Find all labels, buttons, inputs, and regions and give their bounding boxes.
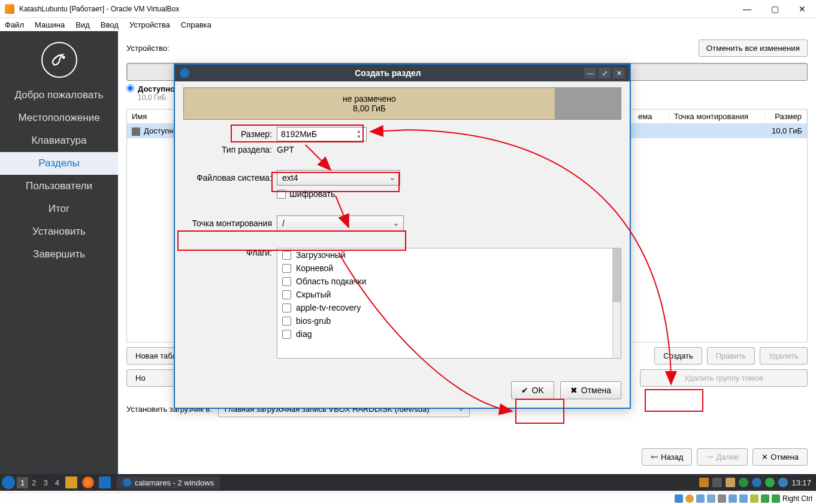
vb-hdd-icon[interactable] — [675, 494, 683, 503]
step-summary[interactable]: Итог — [0, 198, 118, 220]
flag-item: Загрузочный — [277, 248, 621, 262]
dialog-maximize-button[interactable]: ⤢ — [599, 68, 611, 78]
mountpoint-select[interactable]: / — [277, 215, 404, 231]
checkbox-icon[interactable] — [282, 251, 291, 260]
back-button[interactable]: 🡐 Назад — [642, 448, 692, 466]
step-partitions[interactable]: Разделы — [0, 152, 118, 175]
window-title: KatashLubuntu [Работает] - Oracle VM Vir… — [19, 5, 733, 13]
flags-list[interactable]: Загрузочный Корневой Область подкачки Ск… — [277, 248, 621, 359]
delete-partition-button[interactable]: Удалить — [760, 347, 808, 365]
show-desktop-icon[interactable] — [99, 476, 111, 488]
remove-vg-button[interactable]: Удалить группу томов — [640, 369, 808, 387]
vb-usb-icon[interactable] — [718, 494, 726, 503]
vb-cd-icon[interactable] — [685, 494, 694, 503]
close-button[interactable]: ✕ — [788, 0, 816, 18]
taskbar-clock[interactable]: 13:17 — [791, 478, 811, 487]
filesystem-select[interactable]: ext4 — [277, 170, 400, 186]
mount-label: Точка монтирования — [183, 218, 277, 228]
workspace-3[interactable]: 3 — [40, 477, 51, 488]
encrypt-checkbox[interactable]: Шифровать — [277, 189, 335, 199]
taskbar-task[interactable]: calamares - 2 windows — [117, 476, 220, 489]
checkbox-icon[interactable] — [282, 303, 291, 312]
create-partition-dialog: Создать раздел — ⤢ ✕ не размечено 8,00 Г… — [174, 63, 631, 409]
col-size: Размер — [765, 110, 807, 123]
undo-changes-button[interactable]: Отменить все изменения — [699, 40, 808, 57]
info-icon[interactable] — [778, 478, 788, 487]
maximize-button[interactable]: ▢ — [761, 0, 788, 18]
dialog-titlebar: Создать раздел — ⤢ ✕ — [175, 65, 630, 81]
menu-input[interactable]: Ввод — [101, 20, 119, 29]
checkbox-icon[interactable] — [282, 277, 291, 286]
vb-audio-icon[interactable] — [696, 494, 705, 503]
battery-icon[interactable] — [752, 478, 761, 487]
menu-machine[interactable]: Машина — [35, 20, 65, 29]
step-users[interactable]: Пользователи — [0, 175, 118, 198]
flag-item: Область подкачки — [277, 275, 621, 288]
network-icon[interactable] — [739, 478, 748, 487]
type-value: GPT — [277, 145, 294, 154]
preview-unused — [555, 88, 621, 119]
step-location[interactable]: Местоположение — [0, 107, 118, 129]
workspace-4[interactable]: 4 — [52, 477, 63, 488]
cancel-button[interactable]: ✕ Отмена — [752, 448, 808, 466]
vb-record-icon[interactable] — [750, 494, 758, 503]
installer-sidebar: Добро пожаловать Местоположение Клавиату… — [0, 31, 118, 474]
volume-icon[interactable] — [712, 478, 722, 487]
disk-free-radio[interactable] — [126, 84, 134, 92]
checkbox-icon[interactable] — [282, 330, 291, 339]
step-welcome[interactable]: Добро пожаловать — [0, 84, 118, 107]
clipboard-icon[interactable] — [726, 478, 735, 487]
vb-keyboard-icon[interactable] — [772, 494, 780, 503]
preview-size: 8,00 ГиБ — [353, 104, 386, 113]
removable-icon[interactable] — [765, 478, 775, 487]
row-size: 10,0 ГиБ — [765, 124, 807, 138]
spin-up-icon[interactable]: ▲ — [356, 129, 365, 134]
checkbox-icon[interactable] — [282, 264, 291, 273]
new-vg-button[interactable]: Но — [126, 369, 180, 387]
edit-partition-button[interactable]: Править — [707, 347, 755, 365]
flag-item: Скрытый — [277, 288, 621, 301]
start-menu-icon[interactable] — [2, 476, 15, 489]
partition-preview: не размечено 8,00 ГиБ — [183, 87, 621, 120]
next-button[interactable]: 🡒 Далее — [697, 448, 748, 466]
create-partition-button[interactable]: Создать — [654, 347, 702, 365]
vb-mouse-icon[interactable] — [761, 494, 769, 503]
menu-file[interactable]: Файл — [5, 20, 24, 29]
flag-item: Корневой — [277, 262, 621, 275]
file-manager-icon[interactable] — [65, 476, 77, 488]
checkbox-icon[interactable] — [282, 317, 291, 326]
size-label: Размер: — [183, 129, 277, 139]
menu-view[interactable]: Вид — [75, 20, 90, 29]
vb-display-icon[interactable] — [739, 494, 748, 503]
virtualbox-statusbar: Right Ctrl — [0, 492, 816, 504]
dialog-minimize-button[interactable]: — — [584, 68, 596, 78]
vb-shared-icon[interactable] — [729, 494, 737, 503]
dialog-close-button[interactable]: ✕ — [613, 68, 625, 78]
workspace-2[interactable]: 2 — [28, 477, 40, 488]
minimize-button[interactable]: — — [733, 0, 761, 18]
row-name: Доступн — [144, 126, 174, 135]
updates-icon[interactable] — [699, 478, 709, 487]
workspace-1[interactable]: 1 — [17, 477, 28, 488]
preview-label: не размечено — [343, 94, 396, 104]
dialog-ok-button[interactable]: ✔ OK — [511, 381, 554, 399]
fs-label: Файловая система: — [183, 173, 277, 183]
firefox-icon[interactable] — [82, 476, 94, 488]
step-finish[interactable]: Завершить — [0, 243, 118, 266]
menu-devices[interactable]: Устройства — [129, 20, 170, 29]
spin-down-icon[interactable]: ▼ — [356, 134, 365, 139]
step-install[interactable]: Установить — [0, 220, 118, 243]
lubuntu-logo — [41, 42, 77, 78]
menu-help[interactable]: Справка — [181, 20, 211, 29]
flags-scrollbar[interactable] — [612, 248, 621, 358]
flag-item: bios-grub — [277, 314, 621, 327]
dialog-cancel-button[interactable]: ✖ Отмена — [560, 381, 621, 399]
size-spinner[interactable]: 8192МиБ ▲▼ — [277, 127, 367, 141]
checkbox-icon[interactable] — [282, 290, 291, 299]
flags-label: Флаги: — [183, 248, 277, 257]
guest-taskbar: 1 2 3 4 calamares - 2 windows 13:17 — [0, 474, 816, 491]
step-keyboard[interactable]: Клавиатура — [0, 129, 118, 152]
window-titlebar: KatashLubuntu [Работает] - Oracle VM Vir… — [0, 0, 816, 18]
col-mount: Точка монтирования — [669, 110, 765, 123]
vb-network-icon[interactable] — [707, 494, 715, 503]
